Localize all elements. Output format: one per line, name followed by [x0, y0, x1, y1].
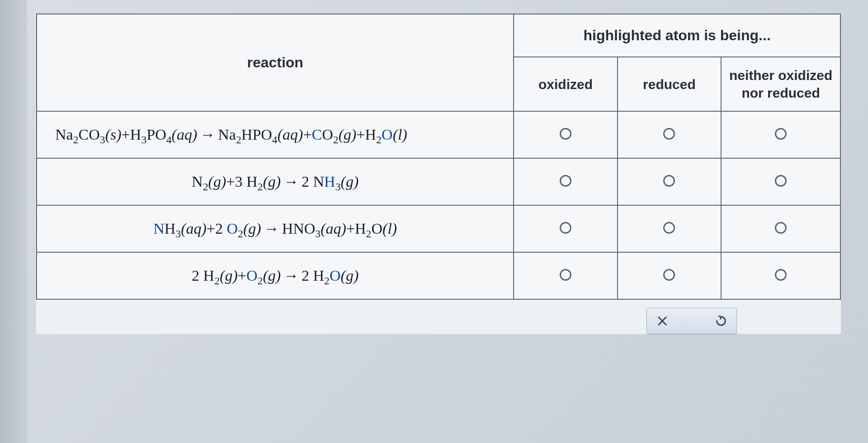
- header-reduced: reduced: [618, 57, 721, 111]
- table-row: Na2CO3(s)+H3PO4(aq) → Na2HPO4(aq)+CO2(g)…: [37, 111, 840, 158]
- radio-r3-reduced[interactable]: [663, 222, 675, 234]
- reaction-4: 2 H2(g)+O2(g) → 2 H2O(g): [37, 252, 514, 299]
- radio-r1-reduced[interactable]: [663, 128, 675, 140]
- reaction-2: N2(g)+3 H2(g) → 2 NH3(g): [37, 158, 514, 205]
- header-highlighted-atom: highlighted atom is being...: [514, 14, 840, 57]
- radio-r2-neither[interactable]: [775, 175, 787, 187]
- header-reaction: reaction: [37, 14, 514, 111]
- radio-r4-neither[interactable]: [775, 269, 787, 281]
- reaction-table: reaction highlighted atom is being... ox…: [36, 14, 841, 300]
- radio-r2-reduced[interactable]: [663, 175, 675, 187]
- table-row: N2(g)+3 H2(g) → 2 NH3(g): [37, 158, 840, 205]
- radio-r1-oxidized[interactable]: [560, 128, 571, 140]
- table-row: 2 H2(g)+O2(g) → 2 H2O(g): [37, 252, 840, 299]
- action-bar: [36, 308, 841, 334]
- undo-icon: [715, 315, 727, 327]
- radio-r4-oxidized[interactable]: [560, 269, 571, 281]
- reaction-3: NH3(aq)+2 O2(g) → HNO3(aq)+H2O(l): [37, 205, 514, 252]
- header-neither: neither oxidized nor reduced: [721, 57, 840, 111]
- radio-r3-neither[interactable]: [775, 222, 787, 234]
- radio-r4-reduced[interactable]: [663, 269, 675, 281]
- reset-button[interactable]: [712, 312, 730, 330]
- close-icon: [656, 315, 669, 327]
- radio-r1-neither[interactable]: [775, 128, 787, 140]
- radio-r3-oxidized[interactable]: [560, 222, 571, 234]
- table-row: NH3(aq)+2 O2(g) → HNO3(aq)+H2O(l): [37, 205, 840, 252]
- action-box: [646, 308, 737, 334]
- clear-button[interactable]: [653, 312, 671, 330]
- reaction-1: Na2CO3(s)+H3PO4(aq) → Na2HPO4(aq)+CO2(g)…: [37, 111, 514, 158]
- header-oxidized: oxidized: [514, 57, 617, 111]
- question-container: reaction highlighted atom is being... ox…: [36, 14, 841, 334]
- radio-r2-oxidized[interactable]: [560, 175, 571, 187]
